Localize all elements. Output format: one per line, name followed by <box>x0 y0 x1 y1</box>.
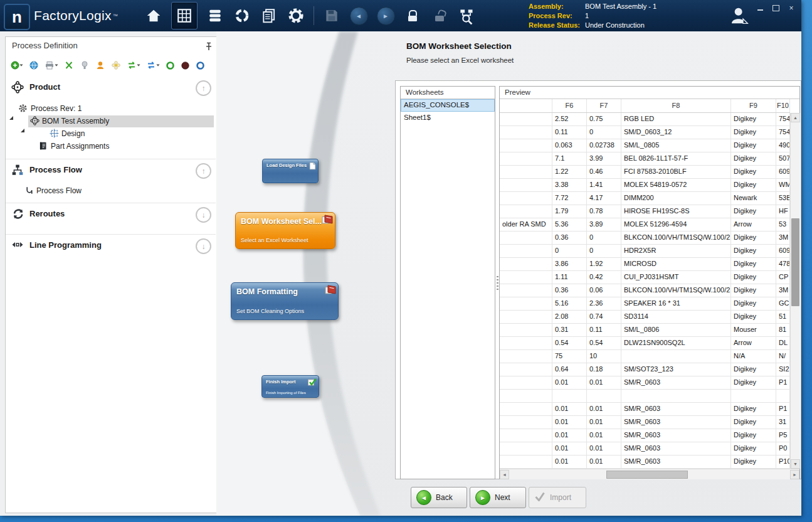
column-header[interactable]: F7 <box>587 99 621 112</box>
globe-icon[interactable] <box>29 60 39 70</box>
table-row[interactable]: 3.86 1.92 MICROSD Digikey 478 <box>500 258 790 271</box>
table-row[interactable]: 0.31 0.11 SM/L_0806 Mouser 81 <box>500 324 790 337</box>
table-row[interactable]: 0.64 0.18 SM/SOT23_123 Digikey SI2 <box>500 363 790 376</box>
stop-circle-icon[interactable] <box>181 61 190 70</box>
process-rev-label: Process Rev: <box>529 11 585 21</box>
table-row[interactable]: older RA SMD 5.36 3.89 MOLEX 51296-4594 … <box>500 218 790 232</box>
section-reroutes[interactable]: Reroutes ↓ <box>6 205 216 224</box>
table-row[interactable]: 0 0 HDR2X5R Digikey 609 <box>500 245 790 258</box>
close-button[interactable]: × <box>786 4 796 13</box>
table-row[interactable]: 0.01 0.01 SM/R_0603 Digikey P0 <box>500 442 790 455</box>
wizard-area: BOM Worksheet Selection Please select an… <box>216 31 801 516</box>
lock-icon[interactable] <box>403 3 422 29</box>
step-bom-worksheet-selection[interactable]: BOM Worksheet Sel... Select an Excel Wor… <box>235 212 335 249</box>
column-header[interactable]: F6 <box>552 99 587 112</box>
pin-icon[interactable] <box>205 42 213 53</box>
home-icon[interactable] <box>144 3 163 29</box>
maximize-button[interactable] <box>771 4 781 13</box>
collapse-up-icon[interactable]: ↑ <box>196 163 211 179</box>
table-row[interactable]: 0.11 0 SM/D_0603_12 Digikey 754 <box>500 126 790 139</box>
section-line-programming[interactable]: Line Programming ↓ <box>6 237 216 255</box>
table-row[interactable]: 5.16 2.36 SPEAKER 16 * 31 Digikey GC <box>500 297 790 311</box>
scroll-up-icon[interactable]: ▲ <box>791 113 800 122</box>
tracking-icon[interactable] <box>233 3 251 29</box>
tree-item-part-assignments[interactable]: Part Assignments <box>6 141 216 152</box>
tree-item-bom-test-assembly[interactable]: BOM Test Assembly <box>6 115 216 127</box>
column-header[interactable] <box>500 99 552 112</box>
table-row[interactable]: 1.79 0.78 HIROSE FH19SC-8S Digikey HF <box>500 205 790 218</box>
book-icon <box>325 285 336 297</box>
table-row[interactable]: 0.01 0.01 SM/R_0603 Digikey P10 <box>500 455 790 469</box>
vertical-scroll-thumb[interactable] <box>791 218 799 306</box>
save-icon[interactable] <box>322 3 341 29</box>
table-row[interactable]: 0.01 0.01 SM/R_0603 Digikey P1 <box>500 403 790 416</box>
flower-icon[interactable] <box>111 60 121 70</box>
table-row[interactable]: 7.72 4.17 DIMM200 Newark 53B <box>500 192 790 205</box>
table-row[interactable]: 0.54 0.54 DLW21SN900SQ2L Arrow DL <box>500 337 790 350</box>
preview-column-headers: F6 F7 F8 F9 F10 <box>500 99 790 113</box>
user-icon[interactable] <box>729 6 749 26</box>
settings-gear-icon[interactable] <box>287 3 305 29</box>
table-row[interactable]: 0.36 0 BLKCON.100/VH/TM1SQ/W.100/2 Digik… <box>500 232 790 245</box>
import-button[interactable]: Import <box>529 487 586 508</box>
page-icon <box>309 161 316 173</box>
collapse-up-icon[interactable]: ↑ <box>196 80 211 96</box>
scroll-left-icon[interactable]: ◄ <box>500 470 509 479</box>
table-row[interactable]: 7.1 3.99 BEL 0826-1L1T-57-F Digikey 507 <box>500 152 790 166</box>
table-row[interactable]: 75 10 N/A N/ <box>500 350 790 363</box>
horizontal-scrollbar[interactable]: ◄ ► <box>500 469 799 479</box>
person-icon[interactable] <box>95 60 105 70</box>
table-row[interactable]: 0.01 0.01 SM/R_0603 Digikey P5 <box>500 429 790 442</box>
lamp-icon[interactable] <box>80 60 90 70</box>
table-row[interactable]: 0.01 0.01 SM/R_0603 Digikey 31 <box>500 416 790 429</box>
column-header[interactable]: F8 <box>621 99 731 112</box>
column-header[interactable]: F9 <box>731 99 776 112</box>
transfer-green-icon[interactable] <box>127 60 140 70</box>
scroll-right-icon[interactable]: ► <box>790 470 799 479</box>
start-circle-icon[interactable] <box>166 61 175 70</box>
tree-item-process-flow[interactable]: Process Flow <box>6 185 216 197</box>
table-row[interactable]: 0.063 0.02738 SM/L_0805 Digikey 490 <box>500 139 790 152</box>
back-button[interactable]: ◄ Back <box>411 487 467 508</box>
production-stack-icon[interactable] <box>206 3 224 29</box>
info-circle-icon[interactable] <box>196 61 205 70</box>
step-finish-import[interactable]: Finish Import Finish Importing of Files <box>261 375 319 398</box>
worksheet-item[interactable]: AEGIS_CONSOLE$ <box>401 99 495 112</box>
column-header[interactable]: F10 <box>776 99 790 112</box>
panel-splitter[interactable] <box>496 86 498 479</box>
table-row[interactable] <box>500 390 790 403</box>
collapse-down-icon[interactable]: ↓ <box>196 207 211 223</box>
table-row[interactable]: 3.38 1.41 MOLEX 54819-0572 Digikey WM <box>500 179 790 192</box>
collapse-down-icon[interactable]: ↓ <box>196 238 211 254</box>
reroutes-icon <box>11 208 24 223</box>
nav-forward-icon[interactable]: ► <box>376 3 395 29</box>
transfer-blue-icon[interactable] <box>146 60 160 70</box>
nav-back-icon[interactable]: ◄ <box>349 3 368 29</box>
table-row[interactable]: 1.22 0.46 FCI 87583-2010BLF Digikey 609 <box>500 166 790 179</box>
step-bom-formatting[interactable]: BOM Formatting Set BOM Cleaning Options <box>231 282 339 320</box>
table-row[interactable]: 2.52 0.75 RGB LED Digikey 754 <box>500 113 790 126</box>
process-definition-icon[interactable] <box>171 2 198 29</box>
worksheet-item[interactable]: Sheet1$ <box>401 112 495 124</box>
section-process-flow[interactable]: Process Flow ↑ <box>6 161 216 180</box>
step-load-design-files[interactable]: Load Design Files <box>262 159 319 183</box>
vertical-scrollbar[interactable]: ▲ ▼ <box>790 113 800 469</box>
scroll-down-icon[interactable]: ▼ <box>791 459 800 469</box>
minimize-button[interactable] <box>755 4 765 13</box>
documents-icon[interactable] <box>260 3 278 29</box>
process-search-icon[interactable] <box>457 3 476 29</box>
print-icon[interactable] <box>45 60 58 70</box>
process-definition-panel: Process Definition Product ↑ <box>5 36 218 513</box>
cut-icon[interactable] <box>64 60 74 70</box>
table-row[interactable]: 0.36 0.06 BLKCON.100/VH/TM1SQ/W.100/2 Di… <box>500 284 790 297</box>
horizontal-scroll-thumb[interactable] <box>606 471 688 479</box>
table-row[interactable]: 2.08 0.74 SD3114 Digikey 51 <box>500 311 790 324</box>
section-product[interactable]: Product ↑ <box>6 78 216 97</box>
tree-item-process-rev[interactable]: Process Rev: 1 <box>6 103 216 115</box>
tree-item-design[interactable]: Design <box>6 128 216 140</box>
unlock-icon[interactable] <box>430 3 449 29</box>
add-icon[interactable] <box>11 60 23 70</box>
next-button[interactable]: ► Next <box>470 487 526 508</box>
table-row[interactable]: 1.11 0.42 CUI_PJ031HSMT Digikey CP <box>500 271 790 284</box>
table-row[interactable]: 0.01 0.01 SM/R_0603 Digikey P1 <box>500 376 790 390</box>
